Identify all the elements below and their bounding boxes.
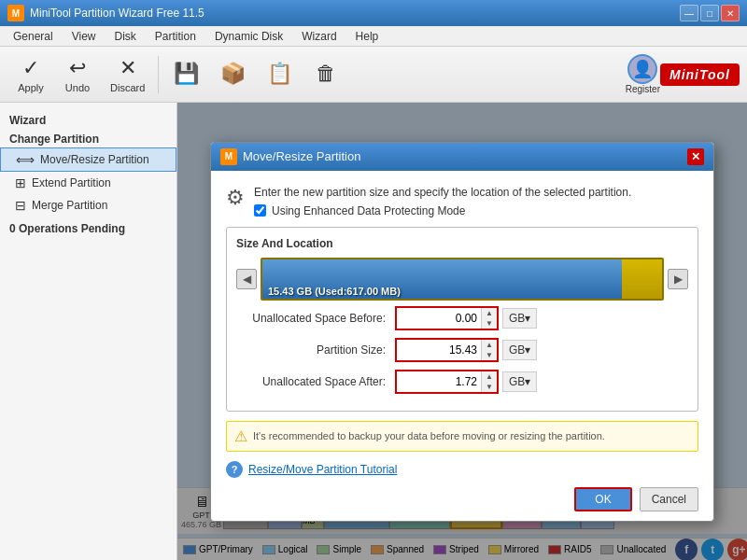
partition-size-up[interactable]: ▲ xyxy=(482,340,497,350)
warning-text: It's recommended to backup your data bef… xyxy=(253,430,605,441)
wizard-title: Wizard xyxy=(0,110,176,129)
unallocated-after-input-box: ▲ ▼ xyxy=(395,370,499,394)
unallocated-before-row: Unallocated Space Before: ▲ ▼ xyxy=(236,306,688,330)
sidebar-item-merge[interactable]: ⊟ Merge Partition xyxy=(0,194,176,217)
partition-bar-row: ◀ 15.43 GB (Used:617.00 MB) ▶ xyxy=(236,258,688,301)
sidebar-label-extend: Extend Partition xyxy=(32,176,111,189)
unallocated-after-input[interactable] xyxy=(397,371,481,392)
partition-size-down[interactable]: ▼ xyxy=(482,350,497,360)
apply-button[interactable]: ✓ Apply xyxy=(7,52,54,97)
tutorial-row: ? Resize/Move Partition Tutorial xyxy=(226,461,698,478)
partition-size-input-box: ▲ ▼ xyxy=(395,338,499,362)
unallocated-after-spinner: ▲ ▼ xyxy=(481,371,497,392)
discard-icon: ✕ xyxy=(120,56,136,80)
cancel-button[interactable]: Cancel xyxy=(640,487,698,511)
restore-button[interactable]: □ xyxy=(700,5,719,21)
unallocated-before-down[interactable]: ▼ xyxy=(482,318,497,329)
ops-pending: 0 Operations Pending xyxy=(0,217,176,239)
register-area[interactable]: 👤 Register xyxy=(626,54,660,94)
apply-label: Apply xyxy=(18,82,44,93)
undo-icon: ↩ xyxy=(69,56,86,80)
sidebar-item-move-resize[interactable]: ⟺ Move/Resize Partition xyxy=(0,147,176,172)
undo-button[interactable]: ↩ Undo xyxy=(54,52,101,97)
partition-size-row: Partition Size: ▲ ▼ xyxy=(236,338,688,362)
partition-visual[interactable]: 15.43 GB (Used:617.00 MB) xyxy=(261,258,664,301)
partition-size-spinner: ▲ ▼ xyxy=(481,340,497,360)
sidebar-item-extend[interactable]: ⊞ Extend Partition xyxy=(0,172,176,194)
menu-dynamic-disk[interactable]: Dynamic Disk xyxy=(205,26,292,46)
unallocated-before-label: Unallocated Space Before: xyxy=(236,312,395,325)
tutorial-link[interactable]: Resize/Move Partition Tutorial xyxy=(248,463,397,476)
unallocated-before-unit[interactable]: GB ▾ xyxy=(502,308,537,329)
toolbar-partition-btn[interactable]: 📦 xyxy=(209,58,256,91)
menu-view[interactable]: View xyxy=(63,26,106,46)
discard-button[interactable]: ✕ Discard xyxy=(101,52,154,97)
unallocated-after-label: Unallocated Space After: xyxy=(236,375,395,388)
menu-disk[interactable]: Disk xyxy=(106,26,146,46)
menubar: General View Disk Partition Dynamic Disk… xyxy=(0,26,747,47)
user-avatar: 👤 xyxy=(627,54,657,84)
unallocated-before-field: ▲ ▼ GB ▾ xyxy=(395,306,537,330)
toolbar-delete-btn[interactable]: 🗑 xyxy=(303,58,349,91)
modal-overlay: M Move/Resize Partition ✕ ⚙ Enter the ne… xyxy=(177,103,747,560)
partition-size-input[interactable] xyxy=(397,340,481,360)
unallocated-after-row: Unallocated Space After: ▲ ▼ xyxy=(236,370,688,394)
partition-size-field: ▲ ▼ GB ▾ xyxy=(395,338,537,362)
toolbar: ✓ Apply ↩ Undo ✕ Discard 💾 📦 📋 🗑 👤 Regis… xyxy=(0,47,747,103)
sidebar-label-merge: Merge Partition xyxy=(32,199,107,212)
menu-general[interactable]: General xyxy=(4,26,63,46)
enhanced-mode-label: Using Enhanced Data Protecting Mode xyxy=(272,204,465,217)
unallocated-before-spinner: ▲ ▼ xyxy=(481,308,497,329)
enhanced-mode-checkbox-row[interactable]: Using Enhanced Data Protecting Mode xyxy=(254,204,631,217)
main-area: Wizard Change Partition ⟺ Move/Resize Pa… xyxy=(0,103,747,560)
modal-body: ⚙ Enter the new partition size and speci… xyxy=(211,171,713,521)
undo-label: Undo xyxy=(65,82,90,93)
extend-icon: ⊞ xyxy=(15,175,26,190)
unallocated-after-field: ▲ ▼ GB ▾ xyxy=(395,370,537,394)
unallocated-after-up[interactable]: ▲ xyxy=(482,371,497,382)
sidebar: Wizard Change Partition ⟺ Move/Resize Pa… xyxy=(0,103,177,560)
menu-partition[interactable]: Partition xyxy=(146,26,205,46)
unallocated-before-up[interactable]: ▲ xyxy=(482,308,497,318)
toolbar-disk-btn[interactable]: 💾 xyxy=(162,58,209,91)
titlebar: M MiniTool Partition Wizard Free 11.5 — … xyxy=(0,0,747,26)
sidebar-label-move-resize: Move/Resize Partition xyxy=(40,153,149,166)
menu-help[interactable]: Help xyxy=(346,26,388,46)
partition-size-label: 15.43 GB (Used:617.00 MB) xyxy=(268,286,401,297)
discard-label: Discard xyxy=(110,82,145,93)
close-button[interactable]: ✕ xyxy=(721,5,740,21)
bar-left-button[interactable]: ◀ xyxy=(236,269,257,289)
partition-size-label-text: Partition Size: xyxy=(236,343,395,357)
register-label: Register xyxy=(626,84,660,94)
unallocated-before-input[interactable] xyxy=(397,308,481,329)
move-resize-icon: ⟺ xyxy=(16,152,35,167)
settings-icon: ⚙ xyxy=(226,186,245,210)
brand-logo: MiniTool xyxy=(660,63,740,86)
toolbar-copy-btn[interactable]: 📋 xyxy=(256,58,303,91)
unallocated-after-down[interactable]: ▼ xyxy=(482,382,497,392)
app-icon: M xyxy=(7,5,24,21)
modal-titlebar: M Move/Resize Partition ✕ xyxy=(211,143,713,171)
partition-size-unit[interactable]: GB ▾ xyxy=(502,340,537,360)
modal-title: Move/Resize Partition xyxy=(243,149,360,163)
minimize-button[interactable]: — xyxy=(680,5,698,21)
modal-dialog: M Move/Resize Partition ✕ ⚙ Enter the ne… xyxy=(210,142,714,522)
menu-wizard[interactable]: Wizard xyxy=(292,26,345,46)
app-title: MiniTool Partition Wizard Free 11.5 xyxy=(30,7,678,20)
bar-right-button[interactable]: ▶ xyxy=(668,269,688,289)
unallocated-before-input-box: ▲ ▼ xyxy=(395,306,499,330)
modal-close-button[interactable]: ✕ xyxy=(687,148,704,165)
size-location-section: Size And Location ◀ 15.43 GB (Used:617.0… xyxy=(226,227,698,412)
warning-icon: ⚠ xyxy=(234,427,247,445)
unallocated-after-unit[interactable]: GB ▾ xyxy=(502,371,537,392)
checkmark-icon: ✓ xyxy=(22,56,39,80)
change-partition-title: Change Partition xyxy=(0,129,176,147)
modal-description-text: Enter the new partition size and specify… xyxy=(254,184,631,201)
enhanced-mode-checkbox[interactable] xyxy=(254,204,266,217)
modal-buttons: OK Cancel xyxy=(226,487,698,511)
size-location-title: Size And Location xyxy=(236,237,688,250)
toolbar-separator xyxy=(158,56,159,93)
merge-icon: ⊟ xyxy=(15,198,26,213)
ok-button[interactable]: OK xyxy=(574,487,631,511)
modal-icon: M xyxy=(220,148,237,165)
